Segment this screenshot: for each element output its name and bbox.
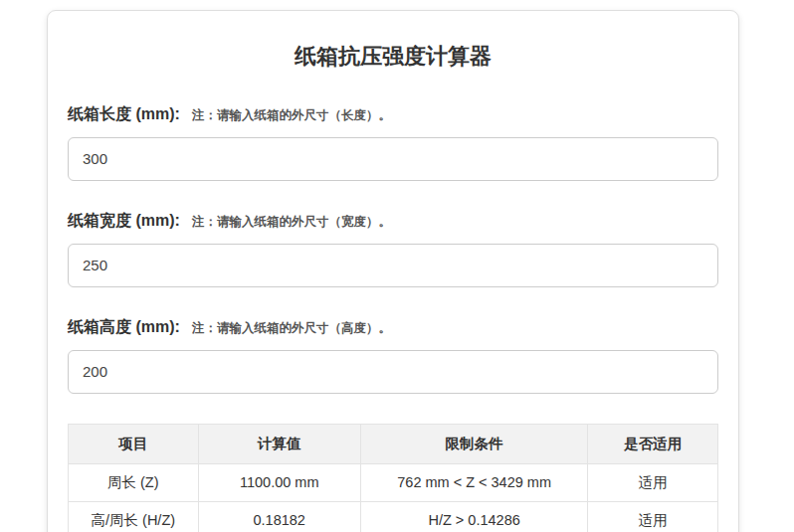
page-title: 纸箱抗压强度计算器	[68, 43, 718, 72]
perimeter-status-badge: 适用	[588, 463, 718, 501]
height-field-group: 纸箱高度 (mm): 注：请输入纸箱的外尺寸（高度）。	[68, 317, 718, 394]
header-applicable: 是否适用	[588, 424, 718, 463]
width-field-group: 纸箱宽度 (mm): 注：请输入纸箱的外尺寸（宽度）。	[68, 211, 718, 287]
results-header-row: 项目 计算值 限制条件 是否适用	[69, 424, 718, 463]
height-input[interactable]	[68, 350, 718, 394]
calculator-card: 纸箱抗压强度计算器 纸箱长度 (mm): 注：请输入纸箱的外尺寸（长度）。 纸箱…	[47, 10, 739, 532]
height-note: 注：请输入纸箱的外尺寸（高度）。	[192, 320, 391, 337]
perimeter-item: 周长 (Z)	[69, 463, 199, 501]
results-table: 项目 计算值 限制条件 是否适用 周长 (Z) 1100.00 mm 762 m…	[68, 424, 718, 532]
height-label: 纸箱高度 (mm):	[68, 317, 180, 338]
width-label: 纸箱宽度 (mm):	[68, 211, 180, 232]
results-table-head: 项目 计算值 限制条件 是否适用	[69, 424, 718, 463]
length-label: 纸箱长度 (mm):	[68, 104, 180, 125]
length-input[interactable]	[68, 137, 718, 181]
length-field-group: 纸箱长度 (mm): 注：请输入纸箱的外尺寸（长度）。	[68, 104, 718, 181]
table-row-perimeter: 周长 (Z) 1100.00 mm 762 mm < Z < 3429 mm 适…	[69, 463, 718, 501]
header-value: 计算值	[198, 424, 360, 463]
hz-ratio-condition: H/Z > 0.14286	[360, 501, 588, 532]
length-note: 注：请输入纸箱的外尺寸（长度）。	[192, 107, 391, 124]
header-item: 项目	[69, 424, 199, 463]
hz-ratio-status-badge: 适用	[588, 501, 718, 532]
table-row-hz-ratio: 高/周长 (H/Z) 0.18182 H/Z > 0.14286 适用	[69, 501, 718, 532]
length-label-row: 纸箱长度 (mm): 注：请输入纸箱的外尺寸（长度）。	[68, 104, 718, 125]
width-label-row: 纸箱宽度 (mm): 注：请输入纸箱的外尺寸（宽度）。	[68, 211, 718, 232]
header-condition: 限制条件	[360, 424, 588, 463]
height-label-row: 纸箱高度 (mm): 注：请输入纸箱的外尺寸（高度）。	[68, 317, 718, 338]
hz-ratio-value: 0.18182	[198, 501, 360, 532]
results-table-body: 周长 (Z) 1100.00 mm 762 mm < Z < 3429 mm 适…	[69, 463, 718, 532]
hz-ratio-item: 高/周长 (H/Z)	[69, 501, 199, 532]
perimeter-value: 1100.00 mm	[198, 463, 360, 501]
perimeter-condition: 762 mm < Z < 3429 mm	[360, 463, 588, 501]
width-note: 注：请输入纸箱的外尺寸（宽度）。	[192, 214, 391, 231]
width-input[interactable]	[68, 244, 718, 287]
